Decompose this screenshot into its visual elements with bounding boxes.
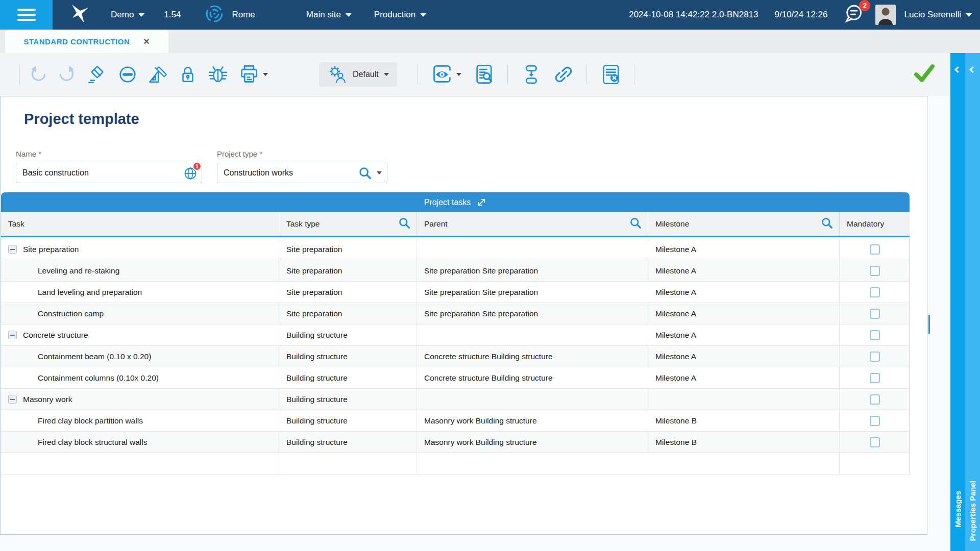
- task-cell: Containment beam (0.10 x 0.20): [1, 346, 279, 367]
- properties-panel-tab[interactable]: Properties Panel: [965, 53, 980, 551]
- task-type-cell: Building structure: [279, 410, 417, 431]
- link-button[interactable]: [553, 64, 574, 85]
- chevron-down-icon[interactable]: [377, 171, 382, 174]
- table-row[interactable]: Land leveling and preparationSite prepar…: [1, 282, 909, 303]
- mandatory-checkbox[interactable]: [870, 330, 880, 340]
- column-header-task-type[interactable]: Task type: [279, 212, 417, 236]
- view-preset-dropdown[interactable]: Default: [319, 62, 397, 87]
- name-field-label: Name *: [16, 149, 202, 158]
- clear-list-button[interactable]: [600, 64, 622, 85]
- parent-cell: [417, 324, 648, 345]
- mandatory-checkbox[interactable]: [870, 352, 880, 362]
- mandatory-cell: [840, 282, 910, 303]
- task-type-cell: Site preparation: [279, 303, 417, 324]
- search-icon[interactable]: [629, 217, 642, 231]
- visibility-options-caret-icon[interactable]: [456, 73, 461, 76]
- table-row[interactable]: [1, 453, 909, 474]
- table-row[interactable]: Leveling and re-stakingSite preparationS…: [1, 260, 909, 282]
- mandatory-checkbox[interactable]: [870, 437, 880, 447]
- parent-cell: Site preparation Site preparation: [417, 282, 648, 303]
- translations-button[interactable]: 1: [183, 166, 198, 181]
- parent-cell: [417, 239, 648, 260]
- collapse-icon[interactable]: [8, 245, 17, 254]
- print-button[interactable]: [238, 64, 268, 85]
- parent-cell: Concrete structure Building structure: [417, 346, 648, 367]
- table-row[interactable]: Fired clay block structural wallsBuildin…: [1, 432, 909, 453]
- site-dropdown[interactable]: Main site: [306, 10, 352, 20]
- site-rings-icon[interactable]: [204, 4, 225, 27]
- table-row[interactable]: Fired clay block partition wallsBuilding…: [1, 410, 909, 432]
- tab-close-icon[interactable]: ✕: [143, 37, 150, 46]
- visibility-button[interactable]: [431, 64, 461, 85]
- table-row[interactable]: Construction campSite preparationSite pr…: [1, 303, 909, 324]
- project-type-input[interactable]: Construction works: [217, 163, 387, 183]
- user-name-label: Lucio Serenelli: [904, 10, 961, 20]
- remove-circle-button[interactable]: [118, 65, 137, 84]
- column-header-task[interactable]: Task: [1, 212, 279, 236]
- milestone-cell: Milestone A: [648, 239, 840, 260]
- messages-button[interactable]: 2: [843, 3, 864, 27]
- search-icon[interactable]: [821, 217, 833, 231]
- redo-button[interactable]: [57, 65, 76, 84]
- measure-design-button[interactable]: [148, 64, 168, 85]
- translations-count-badge: 1: [192, 162, 202, 171]
- search-icon[interactable]: [398, 217, 410, 231]
- vertical-scrollbar-thumb[interactable]: [928, 315, 930, 334]
- milestone-cell: Milestone A: [648, 346, 840, 367]
- search-icon[interactable]: [358, 166, 372, 180]
- datetime-label: 9/10/24 12:26: [775, 10, 828, 20]
- document-search-button[interactable]: [474, 64, 495, 85]
- user-menu[interactable]: Lucio Serenelli: [904, 10, 972, 20]
- task-type-cell: Building structure: [279, 367, 417, 388]
- view-preset-label: Default: [353, 70, 379, 79]
- mandatory-cell: [840, 453, 910, 474]
- debug-bug-button[interactable]: [208, 64, 228, 85]
- column-header-parent[interactable]: Parent: [417, 212, 648, 236]
- mandatory-checkbox[interactable]: [870, 287, 880, 297]
- mandatory-checkbox[interactable]: [870, 394, 880, 405]
- name-field-group: Name * Basic construction 1: [16, 149, 202, 183]
- parent-cell: [417, 389, 648, 410]
- mandatory-checkbox[interactable]: [870, 244, 880, 255]
- column-header-mandatory[interactable]: Mandatory: [840, 212, 910, 236]
- hamburger-menu-icon[interactable]: [0, 0, 53, 30]
- mandatory-cell: [840, 239, 910, 260]
- toolbar: Default: [0, 53, 950, 96]
- parent-cell: Site preparation Site preparation: [417, 303, 648, 324]
- table-row[interactable]: Masonry workBuilding structure: [1, 389, 909, 410]
- table-row[interactable]: Containment columns (0.10x 0.20)Building…: [1, 367, 909, 389]
- mandatory-cell: [840, 432, 910, 453]
- mandatory-checkbox[interactable]: [870, 416, 880, 426]
- mandatory-checkbox[interactable]: [870, 266, 880, 276]
- task-type-cell: Site preparation: [279, 260, 417, 281]
- user-avatar[interactable]: [875, 5, 896, 25]
- column-header-milestone[interactable]: Milestone: [648, 212, 840, 236]
- environment-label: Demo: [111, 10, 134, 20]
- messages-panel-tab[interactable]: Messages: [950, 53, 965, 551]
- lock-button[interactable]: [178, 65, 198, 84]
- tab-standard-contruction[interactable]: STANDARD CONTRUCTION ✕: [5, 30, 168, 53]
- table-row[interactable]: Concrete structureBuilding structureMile…: [1, 324, 909, 346]
- name-input[interactable]: Basic construction 1: [16, 163, 202, 183]
- collapse-icon[interactable]: [8, 395, 17, 404]
- task-cell: Masonry work: [1, 389, 279, 410]
- chevron-left-icon: [954, 66, 961, 73]
- environment-dropdown[interactable]: Demo: [111, 10, 144, 20]
- undo-button[interactable]: [29, 65, 48, 84]
- print-options-caret-icon[interactable]: [263, 73, 268, 76]
- eraser-button[interactable]: [87, 65, 107, 84]
- tab-bar: STANDARD CONTRUCTION ✕: [0, 30, 980, 53]
- collapse-icon[interactable]: [8, 331, 17, 339]
- version-label: 1.54: [164, 10, 181, 20]
- milestone-cell: Milestone A: [648, 303, 840, 324]
- mode-dropdown[interactable]: Production: [374, 10, 426, 20]
- expand-icon[interactable]: [477, 197, 486, 207]
- table-row[interactable]: Site preparationSite preparationMileston…: [1, 239, 909, 260]
- properties-panel-label: Properties Panel: [968, 481, 977, 541]
- hierarchy-button[interactable]: [521, 64, 542, 85]
- table-row[interactable]: Containment beam (0.10 x 0.20)Building s…: [1, 346, 909, 367]
- chevron-down-icon: [384, 73, 389, 76]
- build-info-label: 2024-10-08 14:42:22 2.0-BN2813: [629, 10, 758, 20]
- mandatory-checkbox[interactable]: [870, 309, 880, 319]
- mandatory-checkbox[interactable]: [870, 373, 880, 383]
